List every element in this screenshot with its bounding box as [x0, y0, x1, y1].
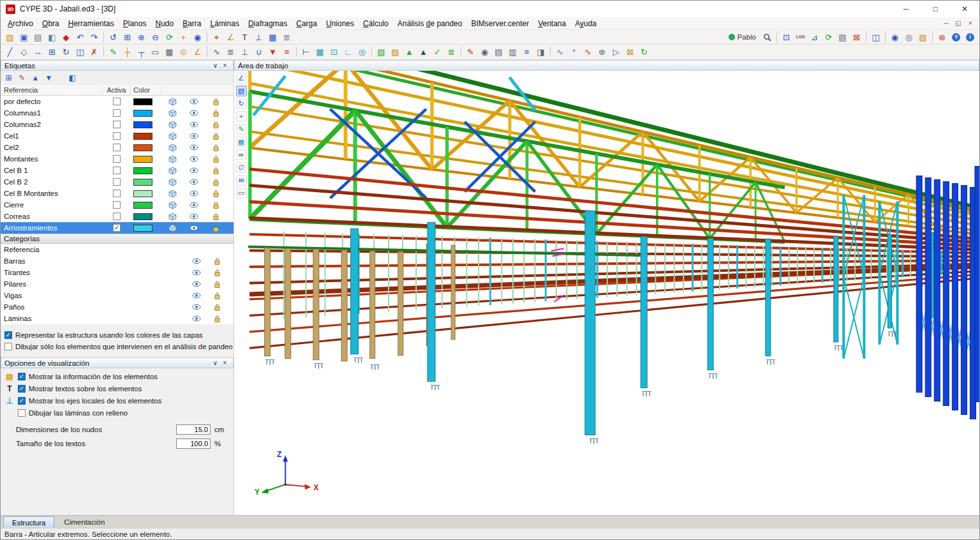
panel-checkbox[interactable]: ✓	[4, 331, 12, 339]
category-visibility-icon[interactable]	[186, 281, 207, 287]
layer-3d-icon[interactable]	[161, 178, 183, 186]
layer-row[interactable]: por defecto	[1, 96, 234, 107]
layer-row[interactable]: Cel2	[1, 142, 234, 153]
menu-planos[interactable]: Planos	[119, 19, 151, 29]
option-checkbox[interactable]: ✓	[18, 397, 26, 405]
layer-row[interactable]: Columnas1	[1, 107, 234, 119]
layer-row[interactable]: Cel B 2	[1, 176, 234, 188]
snow-load-icon[interactable]: *	[567, 46, 581, 59]
layer-color-swatch[interactable]	[133, 202, 152, 209]
layer-color-swatch[interactable]	[133, 179, 152, 186]
perspective-icon[interactable]: ⊿	[808, 31, 821, 43]
layer-3d-icon[interactable]	[161, 144, 183, 152]
single-view-icon[interactable]: ⊡	[780, 31, 793, 43]
panel-checkbox[interactable]	[4, 343, 12, 350]
option-row[interactable]: T✓Mostrar textos sobre los elementos	[1, 382, 234, 394]
minimize-button[interactable]: ─	[891, 1, 921, 17]
edit-view-icon[interactable]: ✎	[236, 124, 247, 135]
layer-visibility-icon[interactable]	[183, 110, 205, 116]
option-checkbox[interactable]: ✓	[18, 385, 26, 393]
buckling-icon[interactable]: ⊥	[238, 46, 251, 59]
zoom-window-icon[interactable]: ⊞	[121, 31, 134, 43]
menu-diafragmas[interactable]: Diafragmas	[244, 19, 292, 29]
layer-visibility-icon[interactable]	[183, 156, 205, 162]
move-element-icon[interactable]: ↔	[31, 46, 45, 59]
category-lock-icon[interactable]	[207, 292, 227, 300]
category-lock-icon[interactable]	[207, 303, 227, 311]
protractor-icon[interactable]: ∠	[236, 73, 247, 84]
layer-lock-icon[interactable]	[205, 201, 226, 209]
grid-icon[interactable]: ▦	[313, 46, 327, 59]
tile-windows-icon[interactable]: ◫	[869, 31, 882, 43]
layer-active-checkbox[interactable]	[113, 132, 121, 140]
layer-row[interactable]: Cierre	[1, 199, 234, 211]
layer-lock-icon[interactable]	[205, 224, 226, 232]
layer-row[interactable]: Cel B Montantes	[1, 188, 234, 199]
rotate-element-icon[interactable]: ↻	[59, 46, 73, 59]
deflection-icon[interactable]: ∪	[252, 46, 265, 59]
layer-lock-icon[interactable]	[205, 98, 226, 106]
select-icon[interactable]: ⌖	[210, 31, 223, 43]
report-icon[interactable]: ▤	[836, 31, 849, 43]
layer-visibility-icon[interactable]	[183, 213, 205, 220]
compare-icon[interactable]: ◨	[534, 46, 547, 59]
layer-3d-icon[interactable]	[161, 224, 183, 232]
join-bars-icon[interactable]: ┬	[135, 46, 148, 59]
mirror-element-icon[interactable]: ◫	[73, 46, 87, 59]
grid-view-icon[interactable]: ▦	[236, 137, 247, 147]
category-visibility-icon[interactable]	[186, 292, 207, 299]
layer-visibility-icon[interactable]	[183, 133, 205, 139]
layer-color-swatch[interactable]	[133, 98, 152, 105]
layer-color-swatch[interactable]	[133, 121, 152, 128]
menu-archivo[interactable]: Archivo	[3, 19, 38, 29]
view-3d-icon[interactable]: 3D	[236, 175, 247, 186]
menu-ventana[interactable]: Ventana	[533, 19, 570, 29]
orbit-icon[interactable]: ◉	[191, 31, 204, 43]
layer-lock-icon[interactable]	[205, 121, 226, 129]
category-row[interactable]: Vigas	[1, 290, 234, 301]
assign-layers-icon[interactable]: ◧	[66, 72, 78, 84]
chart-icon[interactable]: ▥	[506, 46, 519, 59]
panel-check-1[interactable]: Dibujar sólo los elementos que intervien…	[1, 341, 234, 352]
layer-active-checkbox[interactable]	[113, 178, 121, 186]
axes-tool-icon[interactable]: ⊥	[252, 31, 265, 43]
layer-lock-icon[interactable]	[205, 190, 226, 198]
layer-lock-icon[interactable]	[205, 132, 226, 140]
layer-3d-icon[interactable]	[161, 121, 183, 129]
layer-visibility-icon[interactable]	[183, 144, 205, 151]
measure-icon[interactable]: ∠	[224, 31, 237, 43]
ortho-icon[interactable]: ∟	[341, 46, 355, 59]
layer-3d-icon[interactable]	[161, 155, 183, 163]
search-icon[interactable]	[761, 31, 774, 43]
option-checkbox[interactable]: ✓	[18, 373, 26, 380]
user-chip[interactable]: Pablo	[725, 33, 760, 41]
lock-model-icon[interactable]: ⊠	[623, 46, 637, 59]
close-button[interactable]: ✕	[950, 1, 979, 17]
table-icon[interactable]: ▤	[492, 46, 505, 59]
option-row[interactable]: ⊥✓Mostrar los ejes locales de los elemen…	[1, 394, 234, 407]
export-view-icon[interactable]: ▷	[609, 46, 623, 59]
field-input[interactable]	[176, 439, 211, 449]
camera-view-icon[interactable]: ◎	[902, 31, 916, 43]
wind-load-icon[interactable]: ∿	[553, 46, 567, 59]
divide-bar-icon[interactable]: ┼	[121, 46, 134, 59]
layer-3d-icon[interactable]	[161, 98, 183, 106]
category-visibility-icon[interactable]	[186, 258, 207, 264]
option-row[interactable]: ▤✓Mostrar la información de los elemento…	[1, 370, 234, 382]
layers-icon[interactable]: ≣	[280, 31, 293, 43]
layer-lock-icon[interactable]	[205, 109, 226, 117]
category-lock-icon[interactable]	[207, 315, 227, 323]
profile-icon[interactable]: ▭	[149, 46, 162, 59]
layer-color-swatch[interactable]	[133, 225, 152, 232]
orbit-3d-icon[interactable]: ↻	[236, 98, 247, 109]
category-row[interactable]: Láminas	[1, 313, 234, 324]
layer-color-swatch[interactable]	[133, 167, 152, 174]
dimension-icon[interactable]: ⊢	[299, 46, 313, 59]
combinations-icon[interactable]: ⊕	[595, 46, 609, 59]
ungroup-icon[interactable]: ▨	[389, 46, 402, 59]
angle-icon[interactable]: ∠	[191, 46, 204, 59]
layer-color-swatch[interactable]	[133, 190, 152, 197]
category-row[interactable]: Barras	[1, 255, 234, 267]
move-down-icon[interactable]: ▼	[43, 72, 55, 84]
save-icon[interactable]: ▣	[17, 31, 31, 43]
